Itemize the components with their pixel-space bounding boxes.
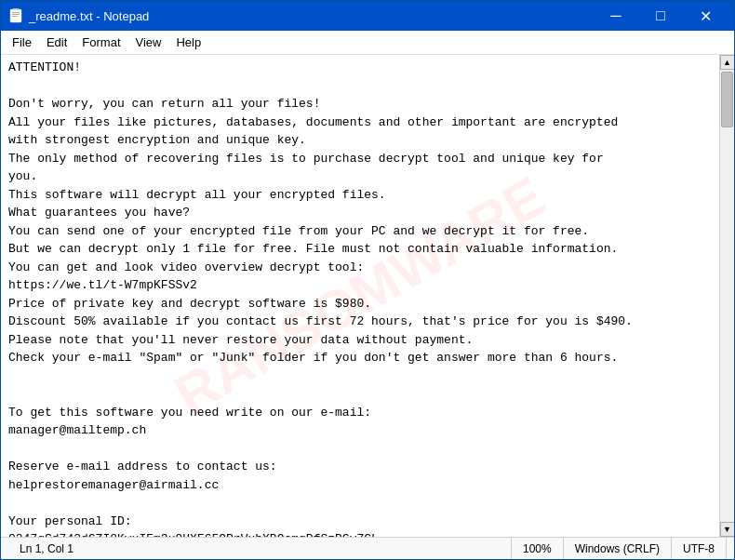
zoom-level: 100% — [512, 538, 564, 559]
notepad-icon — [8, 8, 23, 23]
close-button[interactable]: ✕ — [684, 1, 727, 31]
menu-help[interactable]: Help — [168, 33, 208, 51]
svg-rect-4 — [13, 8, 19, 10]
window-title: _readme.txt - Notepad — [29, 9, 149, 23]
menu-bar: File Edit Format View Help — [1, 31, 734, 55]
minimize-button[interactable]: ─ — [595, 1, 637, 31]
menu-edit[interactable]: Edit — [39, 33, 74, 51]
window-controls: ─ □ ✕ — [595, 1, 727, 31]
title-bar: _readme.txt - Notepad ─ □ ✕ — [1, 1, 734, 31]
title-bar-left: _readme.txt - Notepad — [8, 8, 149, 23]
file-content: ATTENTION! Don't worry, you can return a… — [8, 59, 712, 537]
svg-rect-3 — [12, 16, 18, 17]
scrollbar[interactable]: ▲ ▼ — [719, 55, 734, 537]
notepad-window: _readme.txt - Notepad ─ □ ✕ File Edit Fo… — [0, 0, 735, 560]
scrollbar-thumb[interactable] — [721, 72, 733, 127]
content-area: RANSOMWARE ATTENTION! Don't worry, you c… — [1, 55, 734, 537]
scroll-down-arrow[interactable]: ▼ — [720, 522, 735, 537]
encoding: UTF-8 — [672, 538, 727, 559]
text-editor[interactable]: RANSOMWARE ATTENTION! Don't worry, you c… — [1, 55, 719, 537]
line-ending: Windows (CRLF) — [564, 538, 672, 559]
status-bar: Ln 1, Col 1 100% Windows (CRLF) UTF-8 — [1, 537, 734, 559]
menu-view[interactable]: View — [128, 33, 169, 51]
svg-rect-2 — [12, 14, 20, 15]
scrollbar-thumb-area — [720, 70, 734, 522]
menu-format[interactable]: Format — [74, 33, 127, 51]
scroll-up-arrow[interactable]: ▲ — [720, 55, 735, 70]
svg-rect-1 — [12, 12, 20, 13]
cursor-position: Ln 1, Col 1 — [8, 538, 512, 559]
maximize-button[interactable]: □ — [639, 1, 682, 31]
menu-file[interactable]: File — [5, 33, 39, 51]
